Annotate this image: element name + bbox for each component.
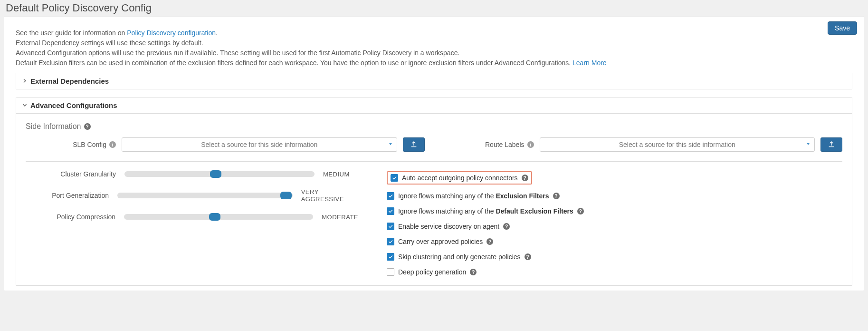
external-dependencies-section: External Dependencies: [16, 73, 852, 89]
ignore-def-bold: Default Exclusion Filters: [496, 207, 573, 215]
ignore-exclusion-checkbox[interactable]: [387, 192, 394, 200]
ignore-default-exclusion-checkbox[interactable]: [387, 207, 394, 215]
caret-down-icon: [806, 141, 811, 148]
ignore-excl-pre: Ignore flows matching any of the: [398, 192, 496, 200]
auto-accept-checkbox[interactable]: [391, 174, 398, 182]
chevron-right-icon: [22, 78, 28, 85]
caret-down-icon: [388, 141, 393, 148]
advanced-configurations-toggle[interactable]: Advanced Configurations: [16, 97, 852, 113]
policy-compression-label: Policy Compression: [26, 213, 115, 221]
port-generalization-label: Port Generalization: [26, 192, 109, 199]
side-info-label: Side Information: [26, 122, 81, 131]
intro-text: Advanced Configuration options will use …: [16, 48, 852, 58]
slb-source-select[interactable]: Select a source for this side informatio…: [122, 137, 397, 152]
info-icon[interactable]: i: [527, 141, 534, 148]
port-generalization-value: Very Aggressive: [301, 188, 358, 203]
skip-clustering-label: Skip clustering and only generate polici…: [398, 253, 521, 261]
help-icon[interactable]: ?: [553, 193, 560, 199]
advanced-configurations-section: Advanced Configurations Side Information…: [16, 97, 852, 286]
auto-accept-highlight: Auto accept outgoing policy connectors ?: [387, 171, 532, 185]
checkbox-column: Auto accept outgoing policy connectors ?…: [387, 170, 842, 283]
ignore-excl-bold: Exclusion Filters: [496, 192, 549, 200]
route-labels-label: Route Labels i: [444, 141, 534, 148]
auto-accept-label: Auto accept outgoing policy connectors: [402, 174, 518, 182]
route-label-text: Route Labels: [485, 141, 525, 148]
help-icon[interactable]: ?: [522, 175, 528, 181]
cluster-granularity-value: Medium: [323, 171, 350, 178]
side-information-heading: Side Information ?: [26, 122, 842, 131]
help-icon[interactable]: ?: [577, 208, 584, 214]
save-button[interactable]: Save: [828, 21, 857, 35]
skip-clustering-checkbox[interactable]: [387, 253, 394, 261]
port-generalization-slider[interactable]: [117, 193, 293, 198]
intro-text: See the user guide for information on: [16, 29, 127, 37]
deep-policy-label: Deep policy generation: [398, 268, 466, 276]
cluster-granularity-label: Cluster Granularity: [26, 170, 116, 178]
sliders-column: Cluster Granularity Medium Port Generali…: [26, 170, 358, 283]
ext-dep-title: External Dependencies: [30, 77, 109, 85]
ignore-exclusion-label: Ignore flows matching any of the Exclusi…: [398, 192, 549, 200]
deep-policy-checkbox[interactable]: [387, 268, 394, 276]
service-discovery-checkbox[interactable]: [387, 223, 394, 230]
select-placeholder: Select a source for this side informatio…: [619, 141, 735, 148]
policy-compression-value: Moderate: [322, 214, 358, 221]
learn-more-link[interactable]: Learn More: [572, 59, 607, 67]
policy-discovery-link[interactable]: Policy Discovery configuration: [127, 29, 216, 37]
route-source-select[interactable]: Select a source for this side informatio…: [540, 137, 815, 152]
page-title: Default Policy Discovery Config: [6, 2, 864, 14]
policy-compression-slider[interactable]: [124, 214, 313, 220]
carry-over-checkbox[interactable]: [387, 238, 394, 245]
carry-over-label: Carry over approved policies: [398, 238, 483, 245]
external-dependencies-toggle[interactable]: External Dependencies: [16, 73, 852, 89]
slb-upload-button[interactable]: [403, 137, 425, 152]
service-discovery-label: Enable service discovery on agent: [398, 223, 499, 230]
divider: [26, 161, 842, 162]
help-icon[interactable]: ?: [84, 123, 91, 130]
config-card: Save See the user guide for information …: [4, 16, 864, 291]
help-icon[interactable]: ?: [486, 238, 493, 245]
slb-label-text: SLB Config: [73, 141, 106, 148]
ignore-default-exclusion-label: Ignore flows matching any of the Default…: [398, 207, 573, 215]
slb-config-label: SLB Config i: [26, 141, 116, 148]
help-icon[interactable]: ?: [525, 253, 531, 260]
route-upload-button[interactable]: [820, 137, 842, 152]
advanced-title: Advanced Configurations: [30, 101, 117, 109]
ignore-def-pre: Ignore flows matching any of the: [398, 207, 496, 215]
info-icon[interactable]: i: [109, 141, 116, 148]
chevron-down-icon: [22, 102, 28, 109]
intro-block: See the user guide for information on Po…: [4, 17, 864, 72]
intro-text: Default Exclusion filters can be used in…: [16, 59, 572, 67]
intro-text: External Dependency settings will use th…: [16, 38, 852, 48]
help-icon[interactable]: ?: [470, 269, 477, 275]
intro-text: .: [216, 29, 218, 37]
select-placeholder: Select a source for this side informatio…: [201, 141, 317, 148]
help-icon[interactable]: ?: [503, 223, 510, 230]
cluster-granularity-slider[interactable]: [124, 171, 315, 177]
